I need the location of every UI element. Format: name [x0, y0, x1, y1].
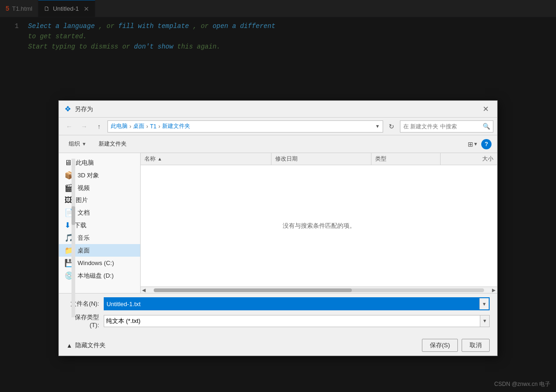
- breadcrumb-bar: 此电脑 › 桌面 › T1 › 新建文件夹 ▼: [107, 120, 383, 133]
- dialog-overlay: ❖ 另存为 ✕ ← → ↑ 此电脑 › 桌面 ›: [0, 0, 556, 392]
- forward-button[interactable]: →: [78, 120, 91, 133]
- breadcrumb-new-folder[interactable]: 新建文件夹: [162, 122, 190, 130]
- refresh-button[interactable]: ↻: [385, 120, 398, 133]
- hide-folders-toggle[interactable]: ▲ 隐藏文件夹: [66, 341, 106, 350]
- dialog-actions: 组织 ▼ 新建文件夹 ⊞ ▼ ?: [59, 135, 497, 153]
- col-header-date[interactable]: 修改日期: [271, 153, 371, 165]
- filetype-input[interactable]: [104, 315, 480, 327]
- col-header-size[interactable]: 大小: [441, 153, 497, 165]
- nav-item-downloads-label: 下载: [74, 221, 86, 230]
- up-button[interactable]: ↑: [93, 120, 106, 133]
- save-as-dialog: ❖ 另存为 ✕ ← → ↑ 此电脑 › 桌面 ›: [58, 100, 498, 356]
- horizontal-scrollbar[interactable]: ◀ ▶: [141, 287, 497, 293]
- nav-item-music-label: 音乐: [78, 234, 90, 242]
- nav-item-3d-label: 3D 对象: [78, 171, 99, 180]
- breadcrumb-this-pc[interactable]: 此电脑: [111, 122, 128, 130]
- hide-folders-label: 隐藏文件夹: [75, 341, 106, 350]
- dialog-close-button[interactable]: ✕: [479, 103, 492, 115]
- filetype-select-wrapper: ▼: [104, 315, 490, 327]
- new-folder-button[interactable]: 新建文件夹: [94, 138, 131, 150]
- watermark: CSDN @znwx.cn 电子: [494, 380, 550, 388]
- help-button[interactable]: ?: [481, 139, 492, 149]
- scrollbar-thumb: [154, 288, 352, 292]
- filename-input[interactable]: [105, 298, 479, 309]
- col-date-label: 修改日期: [275, 155, 298, 163]
- filename-dropdown-button[interactable]: ▼: [479, 298, 489, 309]
- scroll-left-icon[interactable]: ◀: [141, 287, 147, 293]
- downloads-icon: ⬇: [64, 221, 71, 230]
- pictures-icon: 🖼: [64, 196, 72, 204]
- nav-item-local-d-label: 本地磁盘 (D:): [78, 272, 114, 280]
- nav-item-desktop-label: 桌面: [78, 246, 90, 255]
- refresh-icon: ↻: [389, 123, 394, 130]
- breadcrumb-dropdown-icon[interactable]: ▼: [375, 124, 380, 129]
- organize-button[interactable]: 组织 ▼: [64, 138, 91, 150]
- up-icon: ↑: [98, 123, 101, 130]
- vscode-background: 5 T1.html 🗋 Untitled-1 ✕ 1 Select a lang…: [0, 0, 556, 392]
- dialog-body: 🖥 此电脑 📦 3D 对象 🎬 视频 🖼 图片: [59, 153, 497, 293]
- back-icon: ←: [66, 123, 72, 130]
- search-input[interactable]: [403, 123, 481, 130]
- filename-input-wrapper: ▼: [104, 297, 490, 310]
- sort-arrow-icon: ▲: [157, 156, 162, 161]
- dialog-title: 另存为: [75, 105, 479, 113]
- cancel-button[interactable]: 取消: [462, 339, 490, 352]
- dialog-vs-icon: ❖: [64, 105, 71, 113]
- file-list-body: 没有与搜索条件匹配的项。: [141, 165, 497, 287]
- file-list-header: 名称 ▲ 修改日期 类型 大小: [141, 153, 497, 165]
- back-button[interactable]: ←: [63, 120, 76, 133]
- save-button[interactable]: 保存(S): [422, 339, 458, 352]
- dialog-titlebar: ❖ 另存为 ✕: [59, 101, 497, 118]
- dialog-footer: ▲ 隐藏文件夹 保存(S) 取消: [59, 335, 497, 356]
- search-icon: 🔍: [483, 123, 490, 130]
- left-scrollbar[interactable]: [71, 159, 75, 293]
- search-bar: 🔍: [400, 120, 493, 133]
- nav-item-pictures-label: 图片: [76, 196, 88, 204]
- hide-folders-arrow-icon: ▲: [66, 342, 72, 349]
- col-header-name[interactable]: 名称 ▲: [141, 153, 271, 165]
- nav-item-windows-c-label: Windows (C:): [78, 259, 114, 266]
- forward-icon: →: [81, 123, 87, 130]
- this-pc-icon: 🖥: [64, 159, 72, 167]
- col-name-label: 名称: [144, 155, 156, 163]
- left-scrollbar-thumb: [71, 206, 75, 225]
- filetype-dropdown-button[interactable]: ▼: [480, 315, 489, 327]
- scroll-right-icon[interactable]: ▶: [491, 287, 497, 293]
- footer-buttons: 保存(S) 取消: [422, 339, 490, 352]
- dialog-bottom: 文件名(N): ▼ 保存类型(T): ▼: [59, 293, 497, 335]
- organize-label: 组织: [69, 140, 80, 148]
- col-type-label: 类型: [375, 155, 386, 163]
- new-folder-label: 新建文件夹: [99, 140, 127, 148]
- col-size-label: 大小: [482, 155, 493, 163]
- view-dropdown-icon: ▼: [473, 141, 478, 147]
- dialog-toolbar: ← → ↑ 此电脑 › 桌面 › T1 › 新建文件夹 ▼: [59, 118, 497, 135]
- organize-dropdown-arrow: ▼: [82, 141, 86, 147]
- right-file-panel: 名称 ▲ 修改日期 类型 大小: [141, 153, 497, 293]
- breadcrumb-t1[interactable]: T1: [150, 123, 157, 130]
- nav-item-video-label: 视频: [78, 184, 90, 192]
- view-toggle-button[interactable]: ⊞ ▼: [466, 138, 479, 151]
- filetype-row: 保存类型(T): ▼: [66, 313, 490, 329]
- nav-item-this-pc-label: 此电脑: [76, 159, 94, 167]
- col-header-type[interactable]: 类型: [371, 153, 441, 165]
- left-nav-panel: 🖥 此电脑 📦 3D 对象 🎬 视频 🖼 图片: [59, 153, 141, 293]
- nav-item-documents-label: 文档: [78, 209, 90, 217]
- empty-message: 没有与搜索条件匹配的项。: [283, 222, 356, 230]
- filename-row: 文件名(N): ▼: [66, 297, 490, 310]
- view-icon: ⊞: [468, 140, 473, 148]
- view-toggle: ⊞ ▼ ?: [466, 138, 492, 151]
- scrollbar-track: [154, 288, 484, 292]
- breadcrumb-desktop[interactable]: 桌面: [133, 122, 144, 130]
